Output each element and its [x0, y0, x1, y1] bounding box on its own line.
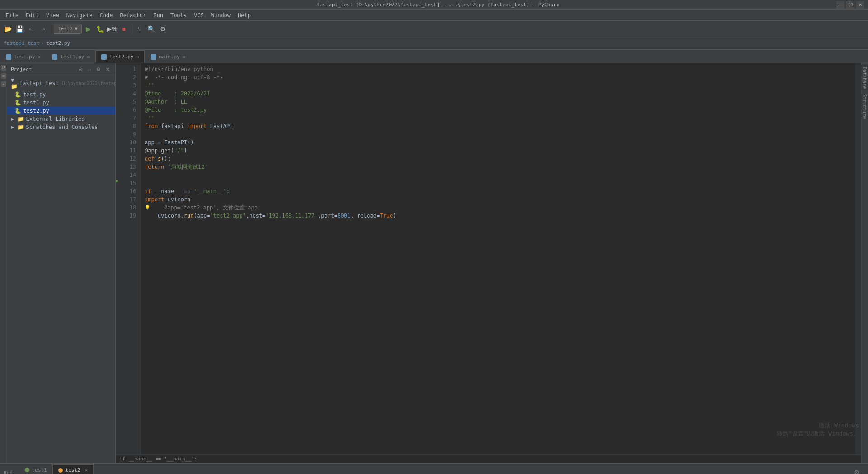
tab-icon: [101, 54, 107, 60]
structure-right-icon[interactable]: Structure: [861, 92, 868, 120]
title-bar: fastapi_test [D:\python2022\fastapi_test…: [0, 0, 868, 10]
tree-label: Scratches and Consoles: [26, 124, 98, 130]
stop-button[interactable]: ■: [119, 24, 129, 34]
sidebar-hide-btn[interactable]: ✕: [104, 66, 112, 74]
bp-gutter-4[interactable]: [116, 88, 123, 96]
tab-close-btn[interactable]: ✕: [87, 54, 90, 59]
run-config[interactable]: test2 ▼: [54, 24, 82, 34]
bp-gutter-19[interactable]: [116, 210, 123, 218]
run-config-chevron: ▼: [75, 26, 78, 32]
close-button[interactable]: ✕: [856, 1, 864, 9]
bp-gutter-5[interactable]: [116, 96, 123, 104]
bp-gutter-16[interactable]: [116, 185, 123, 194]
code-content[interactable]: #!/usr/bin/env python# -*- coding: utf-8…: [141, 63, 855, 454]
menu-item-view[interactable]: View: [42, 11, 63, 19]
bp-gutter-15[interactable]: ▶: [116, 177, 123, 185]
tree-item-test1-py[interactable]: 🐍test1.py: [7, 99, 115, 107]
console-minimize-btn[interactable]: –: [861, 469, 864, 474]
forward-button[interactable]: →: [38, 24, 48, 34]
menu-item-code[interactable]: Code: [96, 11, 117, 19]
menu-item-vcs[interactable]: VCS: [190, 11, 208, 19]
maximize-button[interactable]: ❐: [846, 1, 854, 9]
run-button[interactable]: ▶: [84, 24, 94, 34]
editor-tab-test2-py[interactable]: test2.py✕: [95, 50, 145, 63]
search-button[interactable]: 🔍: [146, 24, 156, 34]
tree-label: test1.py: [23, 100, 49, 106]
structure-icon[interactable]: ≡: [1, 73, 6, 79]
bp-gutter-12[interactable]: [116, 153, 123, 161]
bp-gutter-14[interactable]: [116, 169, 123, 177]
database-icon[interactable]: Database: [861, 65, 868, 90]
code-line-6: @File : test2.py: [145, 106, 852, 114]
sidebar-settings-btn[interactable]: ⚙: [94, 66, 103, 74]
menu-item-file[interactable]: File: [2, 11, 22, 19]
vcs-button[interactable]: ⑂: [135, 24, 145, 34]
bp-gutter-10[interactable]: [116, 137, 123, 145]
editor-tab-main-py[interactable]: main.py✕: [145, 50, 191, 63]
code-line-19: uvicorn.run(app='test2:app',host='192.16…: [145, 212, 852, 220]
bottom-tab-bar: Run: test1test2✕ ⚙ –: [0, 464, 868, 474]
menu-item-refactor[interactable]: Refactor: [116, 11, 150, 19]
run-tab-test1[interactable]: test1: [19, 464, 52, 474]
bp-gutter-3[interactable]: [116, 80, 123, 88]
bp-gutter-6[interactable]: [116, 104, 123, 112]
tab-close-btn[interactable]: ✕: [38, 54, 40, 59]
bp-gutter-1[interactable]: [116, 63, 123, 71]
tree-item-test2-py[interactable]: 🐍test2.py: [7, 107, 115, 115]
right-panel: Database Structure: [861, 63, 868, 463]
menu-item-run[interactable]: Run: [150, 11, 167, 19]
tree-item-scratches-and-consoles[interactable]: ▶ 📁Scratches and Consoles: [7, 123, 115, 131]
open-button[interactable]: 📂: [3, 24, 13, 34]
project-icon[interactable]: P: [1, 65, 6, 71]
code-editor[interactable]: ▶ 12345678910111213141516171819 #!/usr/b…: [116, 63, 861, 454]
bulb-icon[interactable]: 💡: [145, 204, 150, 212]
minimize-button[interactable]: —: [836, 1, 844, 9]
bp-gutter-8[interactable]: [116, 120, 123, 128]
run-with-coverage-button[interactable]: ▶%: [107, 24, 117, 34]
favorites-icon[interactable]: ★: [1, 81, 6, 87]
tab-icon: [6, 54, 11, 60]
bp-gutter-9[interactable]: [116, 128, 123, 137]
bp-gutter-2[interactable]: [116, 71, 123, 80]
run-tab-close[interactable]: ✕: [85, 468, 88, 473]
editor-tab-test-py[interactable]: test.py✕: [0, 50, 46, 63]
line-number-17: 17: [123, 195, 139, 204]
save-button[interactable]: 💾: [14, 24, 24, 34]
menu-item-edit[interactable]: Edit: [22, 11, 42, 19]
line-number-3: 3: [123, 81, 139, 90]
tab-close-btn[interactable]: ✕: [183, 54, 185, 59]
menu-item-help[interactable]: Help: [234, 11, 255, 19]
settings-button[interactable]: ⚙: [158, 24, 168, 34]
line-number-1: 1: [123, 65, 139, 73]
breadcrumb-file[interactable]: test2.py: [46, 40, 70, 46]
separator-1: [51, 24, 51, 33]
bp-gutter-13[interactable]: [116, 161, 123, 169]
run-tab-test2[interactable]: test2✕: [52, 464, 94, 474]
back-button[interactable]: ←: [26, 24, 36, 34]
bp-gutter-7[interactable]: [116, 112, 123, 120]
breadcrumb-project[interactable]: fastapi_test: [4, 40, 39, 46]
bp-gutter-18[interactable]: [116, 202, 123, 210]
menu-item-navigate[interactable]: Navigate: [63, 11, 96, 19]
tree-item-fastapi_test[interactable]: ▼ 📁fastapi_testD:\python2022\fastapi_tes…: [7, 76, 115, 90]
tree-item-external-libraries[interactable]: ▶ 📁External Libraries: [7, 115, 115, 123]
run-tab-label: test1: [32, 467, 47, 473]
bp-gutter-17[interactable]: [116, 194, 123, 202]
editor-tab-test1-py[interactable]: test1.py✕: [46, 50, 95, 63]
sidebar: Project ⊙ ≡ ⚙ ✕ ▼ 📁fastapi_testD:\python…: [7, 63, 116, 463]
debug-button[interactable]: 🐛: [95, 24, 105, 34]
tree-item-test-py[interactable]: 🐍test.py: [7, 90, 115, 99]
sidebar-expand-btn[interactable]: ≡: [85, 66, 94, 74]
menu-item-window[interactable]: Window: [208, 11, 234, 19]
tab-close-btn[interactable]: ✕: [136, 54, 139, 59]
console-settings-btn[interactable]: ⚙: [854, 469, 859, 474]
sidebar-locate-btn[interactable]: ⊙: [76, 66, 85, 74]
right-gutter: [855, 63, 861, 454]
code-line-8: from fastapi import FastAPI: [145, 122, 852, 130]
run-tabs: test1test2✕: [19, 464, 94, 474]
menu-bar: FileEditViewNavigateCodeRefactorRunTools…: [0, 10, 868, 21]
menu-item-tools[interactable]: Tools: [167, 11, 190, 19]
line-number-14: 14: [123, 171, 139, 179]
bp-gutter-11[interactable]: [116, 145, 123, 153]
tree-icon: ▶ 📁: [11, 124, 24, 130]
